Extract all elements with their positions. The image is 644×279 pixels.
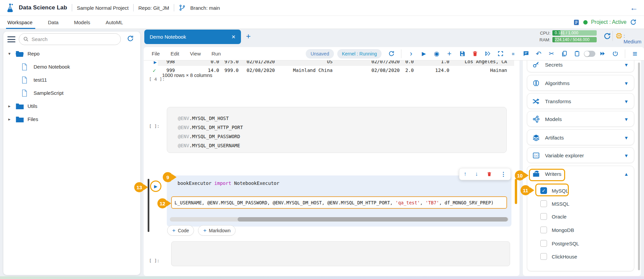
caret-right-icon[interactable]: ▸	[6, 117, 13, 122]
section-header[interactable]: Transforms▼	[527, 93, 634, 109]
chevron-down-icon[interactable]: ▼	[624, 81, 629, 86]
undo-icon[interactable]: ↶	[532, 47, 545, 61]
delete-cell-icon[interactable]	[487, 171, 492, 177]
new-tab-button[interactable]: +	[246, 32, 251, 41]
notebook-scrollbar[interactable]	[515, 179, 517, 204]
add-markdown-button[interactable]: +Markdown	[198, 225, 236, 236]
checkbox-unchecked[interactable]	[540, 200, 547, 207]
menu-run[interactable]: Run	[211, 51, 221, 56]
scrollbar-thumb[interactable]	[238, 217, 508, 222]
run-cell-button[interactable]: ▶	[150, 181, 161, 192]
chevron-down-icon[interactable]: ▼	[624, 99, 629, 104]
writer-option-mongodb[interactable]: MongoDB	[540, 225, 574, 235]
tree-folder-repo[interactable]: ▾Repo	[6, 47, 134, 60]
chevron-down-icon[interactable]: ▼	[624, 153, 629, 158]
chevron-down-icon[interactable]: ▼	[624, 117, 629, 122]
chevron-down-icon[interactable]: ▼	[624, 135, 629, 141]
menu-file[interactable]: File	[152, 51, 160, 56]
env-code-cell[interactable]: @ENV.MYSQL_DM_HOST@ENV.MYSQL_DM_HTTP_POR…	[167, 107, 507, 153]
nav-bar: WorkspaceDataModelsAutoML Project : Acti…	[0, 16, 644, 29]
section-header[interactable]: Writers▲	[527, 166, 634, 182]
top-bar: Data Science Lab Sample Normal Project R…	[0, 0, 644, 16]
file-search[interactable]	[19, 33, 121, 45]
back-arrow-icon[interactable]: ←	[630, 4, 638, 12]
caret-down-icon[interactable]: ▾	[6, 51, 13, 56]
writer-option-mssql[interactable]: MSSQL	[540, 199, 569, 208]
cell-horizontal-scrollbar[interactable]	[170, 217, 508, 222]
menu-edit[interactable]: Edit	[170, 51, 179, 56]
checkbox-unchecked[interactable]	[540, 253, 547, 260]
search-input[interactable]	[32, 36, 109, 42]
kernel-refresh-icon[interactable]	[385, 47, 398, 61]
writer-label: MSSQL	[552, 201, 569, 207]
skip-icon[interactable]	[596, 47, 609, 61]
tree-file-demo-notebook[interactable]: Demo Notebook	[6, 60, 134, 73]
section-header[interactable]: Models▼	[527, 111, 634, 127]
toolbar-menu-icon[interactable]: ≡	[629, 47, 641, 61]
move-cell-up-icon[interactable]: ↑	[464, 171, 467, 177]
copy-icon[interactable]	[558, 47, 571, 61]
section-header[interactable]: Artifacts▼	[527, 130, 634, 146]
caret-right-icon[interactable]: ▸	[6, 104, 13, 109]
close-tab-icon[interactable]: ✕	[231, 34, 236, 40]
annotation-badge-11: 11	[521, 185, 531, 195]
nav-tab-automl[interactable]: AutoML	[106, 16, 123, 29]
nav-tab-data[interactable]: Data	[48, 16, 59, 29]
checkbox-checked[interactable]: ✓	[540, 187, 547, 194]
cell-more-options-icon[interactable]: ⋮	[500, 171, 506, 178]
cut-icon[interactable]: ✂	[545, 47, 558, 61]
menu-view[interactable]: View	[190, 51, 201, 56]
move-cell-down-icon[interactable]: ↓	[475, 171, 478, 177]
section-models: Models▼	[527, 111, 634, 127]
chevron-right-icon[interactable]: ›	[405, 47, 417, 61]
highlighted-code-line[interactable]: L_USERNAME, @ENV.MYSQL_DM_PASSWORD, @ENV…	[171, 196, 507, 209]
add-cell-icon[interactable]: +	[443, 47, 456, 61]
checkbox-unchecked[interactable]	[540, 213, 547, 220]
checkbox-unchecked[interactable]	[540, 227, 547, 233]
table-cell: US	[275, 61, 333, 64]
chevron-down-icon[interactable]: ▼	[624, 62, 629, 68]
tree-refresh-icon[interactable]	[127, 35, 134, 42]
power-icon[interactable]	[609, 47, 622, 61]
section-header[interactable]: Secrets▼	[527, 61, 634, 73]
instance-chip-icon	[615, 32, 623, 40]
tree-file-samplescript[interactable]: SampleScript	[6, 86, 134, 99]
cpu-usage-bar: 0.181 / 1.000	[552, 30, 597, 36]
project-refresh-icon[interactable]	[630, 19, 637, 26]
record-icon[interactable]: ◉	[430, 47, 443, 61]
components-panel-scrollbar[interactable]	[638, 63, 640, 270]
writer-option-mysql[interactable]: ✓MySQL	[540, 186, 568, 195]
section-header[interactable]: (x)Variable explorer▼	[527, 148, 634, 163]
writer-option-oracle[interactable]: Oracle	[540, 212, 566, 221]
repo-label: Repo: Git_JM	[138, 5, 169, 11]
empty-code-cell[interactable]	[171, 241, 510, 266]
section-label: Variable explorer	[545, 153, 584, 159]
writer-option-clickhouse[interactable]: ClickHouse	[540, 252, 577, 261]
run-icon[interactable]: ▶	[417, 47, 430, 61]
notebook-tab[interactable]: Demo Notebook ✕	[144, 30, 241, 44]
delete-icon[interactable]	[468, 47, 481, 61]
resources-refresh-icon[interactable]	[603, 32, 611, 40]
table-cell: 975.0	[219, 61, 239, 64]
paste-icon[interactable]	[571, 47, 583, 61]
project-log-icon[interactable]	[573, 19, 580, 26]
tree-folder-files[interactable]: ▸Files	[6, 113, 134, 126]
add-code-button[interactable]: +Code	[167, 225, 194, 236]
comments-icon[interactable]	[519, 47, 532, 61]
chevron-up-icon[interactable]: ▲	[624, 171, 629, 177]
tree-file-test11[interactable]: test11	[6, 73, 134, 86]
writer-option-postgresql[interactable]: PostgreSQL	[540, 239, 579, 248]
fullscreen-icon[interactable]	[494, 47, 507, 61]
active-code-cell[interactable]: bookExecutor import NotebookExecutor L_U…	[167, 175, 511, 227]
nav-tab-models[interactable]: Models	[74, 16, 90, 29]
stop-icon[interactable]: ■	[507, 47, 519, 61]
run-all-icon[interactable]	[481, 47, 494, 61]
tree-folder-utils[interactable]: ▸Utils	[6, 99, 134, 113]
autosave-toggle[interactable]	[583, 47, 596, 61]
cell-run-indicator-icon[interactable]: ▶	[154, 61, 157, 65]
sidebar-menu-icon[interactable]	[7, 36, 15, 42]
nav-tab-workspace[interactable]: Workspace	[7, 16, 33, 29]
section-header[interactable]: Algorithms▼	[527, 75, 634, 91]
save-icon[interactable]	[456, 47, 468, 61]
checkbox-unchecked[interactable]	[540, 240, 547, 247]
